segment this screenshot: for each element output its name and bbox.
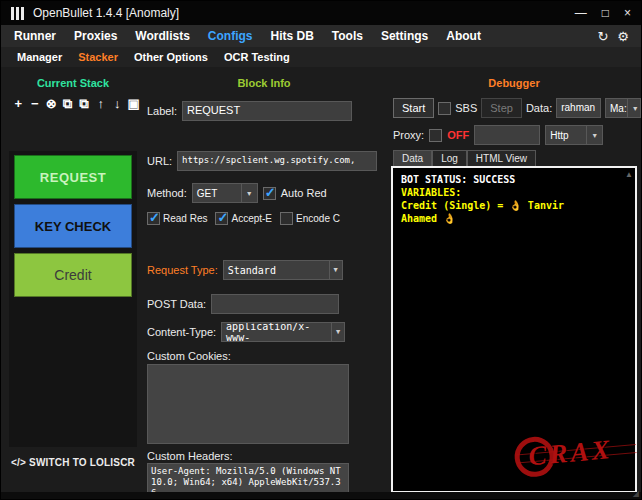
method-value: GET xyxy=(197,188,218,199)
accept-encoding-label: Accept-E xyxy=(231,213,272,224)
copy-icon[interactable]: ⧉ xyxy=(61,94,76,114)
accept-encoding-checkbox[interactable] xyxy=(215,212,228,225)
submenu-ocr-testing[interactable]: OCR Testing xyxy=(216,51,298,63)
proxy-label: Proxy: xyxy=(393,129,424,141)
minimize-button[interactable]: — xyxy=(575,7,587,19)
menu-wordlists[interactable]: Wordlists xyxy=(126,29,198,43)
titlebar: OpenBullet 1.4.4 [Anomaly] — □ × xyxy=(1,1,641,25)
custom-headers-textarea[interactable]: User-Agent: Mozilla/5.0 (Windows NT 10.0… xyxy=(147,463,349,494)
tab-log[interactable]: Log xyxy=(432,150,467,166)
remove-icon[interactable]: − xyxy=(28,94,43,114)
switch-to-loliscript-button[interactable]: </> SWITCH TO LOLISCR xyxy=(11,457,135,468)
menu-runner[interactable]: Runner xyxy=(5,29,65,43)
move-up-icon[interactable]: ↑ xyxy=(94,94,109,114)
content-type-label: Content-Type: xyxy=(147,326,216,338)
max-value: Ma: xyxy=(610,103,627,114)
data-label: Data: xyxy=(526,102,552,114)
block-info-title: Block Info xyxy=(141,77,387,89)
menubar: Runner Proxies Wordlists Configs Hits DB… xyxy=(1,25,641,47)
encode-content-checkbox[interactable] xyxy=(280,212,293,225)
encode-content-label: Encode C xyxy=(296,213,340,224)
data-input[interactable]: rahman xyxy=(556,98,601,118)
proxy-input[interactable] xyxy=(474,125,540,145)
chevron-down-icon: ▼ xyxy=(627,99,641,117)
chevron-down-icon: ▼ xyxy=(586,126,602,144)
submenu-other-options[interactable]: Other Options xyxy=(126,51,216,63)
menu-settings[interactable]: Settings xyxy=(372,29,437,43)
custom-cookies-textarea[interactable] xyxy=(147,364,349,444)
read-response-label: Read Res xyxy=(163,213,207,224)
label-label: Label: xyxy=(147,105,177,117)
auto-redirect-checkbox[interactable] xyxy=(263,187,276,200)
current-stack-title: Current Stack xyxy=(9,77,137,89)
sbs-label: SBS xyxy=(455,102,477,114)
clone-icon[interactable]: ⧉ xyxy=(77,94,92,114)
custom-cookies-label: Custom Cookies: xyxy=(147,350,231,362)
openbullet-window: OpenBullet 1.4.4 [Anomaly] — □ × Runner … xyxy=(0,0,642,500)
menu-proxies[interactable]: Proxies xyxy=(65,29,126,43)
stack-block-request[interactable]: REQUEST xyxy=(14,155,132,199)
proxy-status: OFF xyxy=(447,129,469,141)
app-logo-icon xyxy=(11,7,24,20)
tab-data[interactable]: Data xyxy=(393,150,432,166)
content-type-value: application/x-www- xyxy=(226,322,331,342)
start-button[interactable]: Start xyxy=(393,98,434,118)
method-label: Method: xyxy=(147,187,187,199)
scrollbar-up-icon[interactable]: ▲ xyxy=(625,170,633,179)
status-bar: ◢ xyxy=(1,492,641,499)
bot-status-line: BOT STATUS: SUCCESS xyxy=(401,173,627,186)
content-type-select[interactable]: application/x-www- ▼ xyxy=(221,322,345,342)
debugger-title: Debugger xyxy=(391,77,637,89)
stack-block-credit[interactable]: Credit xyxy=(14,253,132,297)
variable-value-line: Ahamed 👌 xyxy=(401,212,627,225)
tab-html-view[interactable]: HTML View xyxy=(467,150,536,166)
auto-redirect-label: Auto Red xyxy=(281,187,327,199)
chevron-down-icon: ▼ xyxy=(329,261,342,279)
menu-about[interactable]: About xyxy=(437,29,490,43)
save-icon[interactable]: ▣ xyxy=(127,94,142,114)
stack-block-keycheck[interactable]: KEY CHECK xyxy=(14,204,132,248)
stack-toolbar: + − ⊗ ⧉ ⧉ ↑ ↓ ▣ xyxy=(9,94,141,114)
step-button[interactable]: Step xyxy=(481,98,522,118)
variables-line: VARIABLES: xyxy=(401,186,627,199)
disable-icon[interactable]: ⊗ xyxy=(44,94,59,114)
submenu-stacker[interactable]: Stacker xyxy=(70,51,126,63)
post-data-label: POST Data: xyxy=(147,298,206,310)
max-select[interactable]: Ma: ▼ xyxy=(605,98,641,118)
close-button[interactable]: × xyxy=(624,7,631,19)
debugger-tabs: Data Log HTML View xyxy=(393,148,536,166)
request-type-value: Standard xyxy=(228,265,276,276)
label-input[interactable]: REQUEST xyxy=(182,101,352,121)
menu-tools[interactable]: Tools xyxy=(323,29,372,43)
configs-submenu: Manager Stacker Other Options OCR Testin… xyxy=(1,47,641,67)
chevron-down-icon: ▼ xyxy=(331,323,344,341)
window-title: OpenBullet 1.4.4 [Anomaly] xyxy=(33,6,179,20)
maximize-button[interactable]: □ xyxy=(602,7,609,19)
proxy-type-select[interactable]: Http ▼ xyxy=(545,125,603,145)
history-icon[interactable]: ↻ xyxy=(597,29,608,44)
custom-headers-label: Custom Headers: xyxy=(147,450,233,462)
request-type-select[interactable]: Standard ▼ xyxy=(223,260,343,280)
submenu-manager[interactable]: Manager xyxy=(9,51,70,63)
debugger-console-output: BOT STATUS: SUCCESS VARIABLES: Credit (S… xyxy=(391,166,637,493)
read-response-checkbox[interactable] xyxy=(147,212,160,225)
gear-icon[interactable]: ⚙ xyxy=(617,29,629,44)
add-icon[interactable]: + xyxy=(11,94,26,114)
post-data-input[interactable] xyxy=(211,294,339,314)
menu-configs[interactable]: Configs xyxy=(199,29,262,43)
sbs-checkbox[interactable] xyxy=(438,102,451,115)
url-label: URL: xyxy=(147,155,172,167)
proxy-checkbox[interactable] xyxy=(429,129,442,142)
move-down-icon[interactable]: ↓ xyxy=(110,94,125,114)
url-input[interactable]: https://spclient.wg.spotify.com, xyxy=(177,151,377,171)
chevron-down-icon: ▼ xyxy=(241,184,257,202)
menu-hitsdb[interactable]: Hits DB xyxy=(261,29,322,43)
stack-block-list: REQUEST KEY CHECK Credit xyxy=(9,151,137,447)
proxy-type-value: Http xyxy=(550,130,568,141)
variable-value-line: Credit (Single) = 👌 Tanvir xyxy=(401,199,627,212)
resize-grip[interactable]: ◢ xyxy=(633,490,639,498)
request-type-label: Request Type: xyxy=(147,264,218,276)
method-select[interactable]: GET ▼ xyxy=(192,183,258,203)
